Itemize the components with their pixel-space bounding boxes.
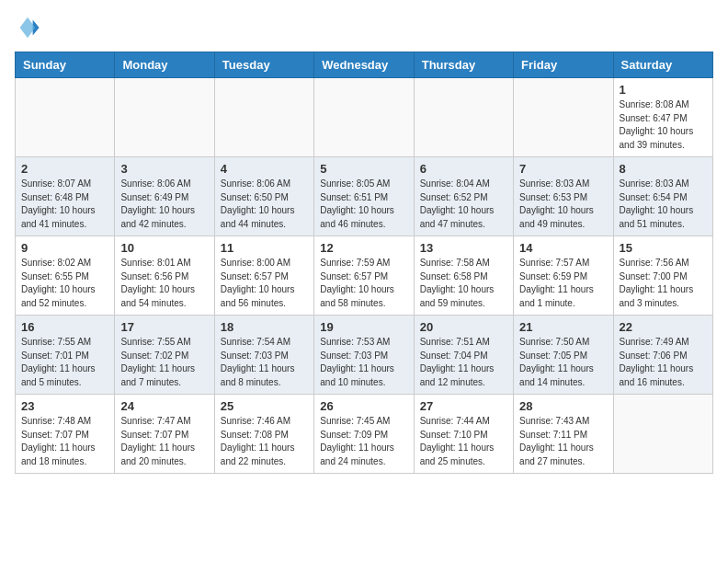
day-number: 23 xyxy=(21,399,108,413)
day-info: Sunrise: 7:59 AM Sunset: 6:57 PM Dayligh… xyxy=(320,257,407,310)
calendar-cell: 28Sunrise: 7:43 AM Sunset: 7:11 PM Dayli… xyxy=(514,395,613,474)
col-header-tuesday: Tuesday xyxy=(214,52,313,78)
day-info: Sunrise: 7:47 AM Sunset: 7:07 PM Dayligh… xyxy=(120,415,208,468)
day-info: Sunrise: 7:48 AM Sunset: 7:07 PM Dayligh… xyxy=(21,415,108,468)
col-header-friday: Friday xyxy=(514,52,613,78)
calendar-cell xyxy=(514,78,613,157)
calendar-week-row: 23Sunrise: 7:48 AM Sunset: 7:07 PM Dayli… xyxy=(16,395,713,474)
col-header-saturday: Saturday xyxy=(613,52,712,78)
col-header-thursday: Thursday xyxy=(414,52,513,78)
day-info: Sunrise: 7:45 AM Sunset: 7:09 PM Dayligh… xyxy=(320,415,407,468)
day-number: 24 xyxy=(120,399,208,413)
day-number: 7 xyxy=(519,162,607,176)
day-info: Sunrise: 7:58 AM Sunset: 6:58 PM Dayligh… xyxy=(420,257,507,310)
calendar-cell: 26Sunrise: 7:45 AM Sunset: 7:09 PM Dayli… xyxy=(314,395,414,474)
day-info: Sunrise: 8:08 AM Sunset: 6:47 PM Dayligh… xyxy=(620,98,707,152)
day-info: Sunrise: 7:54 AM Sunset: 7:03 PM Dayligh… xyxy=(221,336,308,389)
logo-icon xyxy=(15,15,40,40)
calendar-cell: 17Sunrise: 7:55 AM Sunset: 7:02 PM Dayli… xyxy=(115,316,214,395)
calendar-cell: 10Sunrise: 8:01 AM Sunset: 6:56 PM Dayli… xyxy=(115,236,214,316)
calendar-cell: 5Sunrise: 8:05 AM Sunset: 6:51 PM Daylig… xyxy=(314,157,414,236)
day-info: Sunrise: 7:55 AM Sunset: 7:01 PM Dayligh… xyxy=(21,336,108,389)
day-number: 6 xyxy=(420,162,507,176)
calendar-week-row: 2Sunrise: 8:07 AM Sunset: 6:48 PM Daylig… xyxy=(16,157,713,236)
calendar-cell: 20Sunrise: 7:51 AM Sunset: 7:04 PM Dayli… xyxy=(414,316,513,395)
calendar-cell: 22Sunrise: 7:49 AM Sunset: 7:06 PM Dayli… xyxy=(613,316,712,395)
day-info: Sunrise: 7:51 AM Sunset: 7:04 PM Dayligh… xyxy=(420,336,507,389)
day-info: Sunrise: 8:06 AM Sunset: 6:50 PM Dayligh… xyxy=(221,178,308,231)
day-number: 10 xyxy=(120,241,208,255)
calendar-cell: 24Sunrise: 7:47 AM Sunset: 7:07 PM Dayli… xyxy=(115,395,214,474)
day-number: 8 xyxy=(620,162,707,176)
day-info: Sunrise: 8:04 AM Sunset: 6:52 PM Dayligh… xyxy=(420,178,507,231)
calendar-header-row: SundayMondayTuesdayWednesdayThursdayFrid… xyxy=(16,52,713,78)
day-info: Sunrise: 7:55 AM Sunset: 7:02 PM Dayligh… xyxy=(120,336,208,389)
calendar-cell: 8Sunrise: 8:03 AM Sunset: 6:54 PM Daylig… xyxy=(613,157,712,236)
calendar-cell: 15Sunrise: 7:56 AM Sunset: 7:00 PM Dayli… xyxy=(613,236,712,316)
day-info: Sunrise: 8:03 AM Sunset: 6:54 PM Dayligh… xyxy=(620,178,707,231)
day-number: 20 xyxy=(420,320,507,334)
calendar-cell xyxy=(214,78,313,157)
day-info: Sunrise: 7:49 AM Sunset: 7:06 PM Dayligh… xyxy=(620,336,707,389)
day-number: 13 xyxy=(420,241,507,255)
day-number: 25 xyxy=(221,399,308,413)
day-info: Sunrise: 8:05 AM Sunset: 6:51 PM Dayligh… xyxy=(320,178,407,231)
calendar-cell xyxy=(414,78,513,157)
day-number: 3 xyxy=(120,162,208,176)
logo xyxy=(15,15,44,40)
calendar-cell: 25Sunrise: 7:46 AM Sunset: 7:08 PM Dayli… xyxy=(214,395,313,474)
calendar-cell: 4Sunrise: 8:06 AM Sunset: 6:50 PM Daylig… xyxy=(214,157,313,236)
calendar-cell: 2Sunrise: 8:07 AM Sunset: 6:48 PM Daylig… xyxy=(16,157,115,236)
calendar-week-row: 16Sunrise: 7:55 AM Sunset: 7:01 PM Dayli… xyxy=(16,316,713,395)
col-header-sunday: Sunday xyxy=(16,52,115,78)
calendar-cell: 19Sunrise: 7:53 AM Sunset: 7:03 PM Dayli… xyxy=(314,316,414,395)
day-info: Sunrise: 8:03 AM Sunset: 6:53 PM Dayligh… xyxy=(519,178,607,231)
day-info: Sunrise: 7:43 AM Sunset: 7:11 PM Dayligh… xyxy=(519,415,607,468)
calendar-cell xyxy=(115,78,214,157)
calendar-cell: 21Sunrise: 7:50 AM Sunset: 7:05 PM Dayli… xyxy=(514,316,613,395)
day-info: Sunrise: 7:44 AM Sunset: 7:10 PM Dayligh… xyxy=(420,415,507,468)
day-number: 2 xyxy=(21,162,108,176)
col-header-monday: Monday xyxy=(115,52,214,78)
day-info: Sunrise: 8:01 AM Sunset: 6:56 PM Dayligh… xyxy=(120,257,208,310)
day-info: Sunrise: 7:56 AM Sunset: 7:00 PM Dayligh… xyxy=(620,257,707,310)
calendar-cell xyxy=(314,78,414,157)
calendar-week-row: 9Sunrise: 8:02 AM Sunset: 6:55 PM Daylig… xyxy=(16,236,713,316)
calendar-cell: 3Sunrise: 8:06 AM Sunset: 6:49 PM Daylig… xyxy=(115,157,214,236)
calendar-cell: 12Sunrise: 7:59 AM Sunset: 6:57 PM Dayli… xyxy=(314,236,414,316)
day-info: Sunrise: 7:46 AM Sunset: 7:08 PM Dayligh… xyxy=(221,415,308,468)
calendar-cell: 27Sunrise: 7:44 AM Sunset: 7:10 PM Dayli… xyxy=(414,395,513,474)
calendar-week-row: 1Sunrise: 8:08 AM Sunset: 6:47 PM Daylig… xyxy=(16,78,713,157)
day-number: 18 xyxy=(221,320,308,334)
day-number: 12 xyxy=(320,241,407,255)
day-info: Sunrise: 7:53 AM Sunset: 7:03 PM Dayligh… xyxy=(320,336,407,389)
day-number: 1 xyxy=(620,83,707,97)
day-info: Sunrise: 8:06 AM Sunset: 6:49 PM Dayligh… xyxy=(120,178,208,231)
day-info: Sunrise: 8:07 AM Sunset: 6:48 PM Dayligh… xyxy=(21,178,108,231)
calendar-cell xyxy=(613,395,712,474)
calendar-cell: 7Sunrise: 8:03 AM Sunset: 6:53 PM Daylig… xyxy=(514,157,613,236)
calendar-cell: 14Sunrise: 7:57 AM Sunset: 6:59 PM Dayli… xyxy=(514,236,613,316)
day-number: 9 xyxy=(21,241,108,255)
day-number: 21 xyxy=(519,320,607,334)
day-info: Sunrise: 7:50 AM Sunset: 7:05 PM Dayligh… xyxy=(519,336,607,389)
calendar-cell: 1Sunrise: 8:08 AM Sunset: 6:47 PM Daylig… xyxy=(613,78,712,157)
calendar-cell xyxy=(16,78,115,157)
day-info: Sunrise: 7:57 AM Sunset: 6:59 PM Dayligh… xyxy=(519,257,607,310)
day-number: 17 xyxy=(120,320,208,334)
day-number: 15 xyxy=(620,241,707,255)
calendar-cell: 23Sunrise: 7:48 AM Sunset: 7:07 PM Dayli… xyxy=(16,395,115,474)
day-number: 19 xyxy=(320,320,407,334)
day-number: 4 xyxy=(221,162,308,176)
calendar-table: SundayMondayTuesdayWednesdayThursdayFrid… xyxy=(15,52,713,474)
day-number: 14 xyxy=(519,241,607,255)
calendar-cell: 18Sunrise: 7:54 AM Sunset: 7:03 PM Dayli… xyxy=(214,316,313,395)
calendar-cell: 6Sunrise: 8:04 AM Sunset: 6:52 PM Daylig… xyxy=(414,157,513,236)
day-number: 26 xyxy=(320,399,407,413)
calendar-cell: 13Sunrise: 7:58 AM Sunset: 6:58 PM Dayli… xyxy=(414,236,513,316)
day-info: Sunrise: 8:02 AM Sunset: 6:55 PM Dayligh… xyxy=(21,257,108,310)
calendar-cell: 16Sunrise: 7:55 AM Sunset: 7:01 PM Dayli… xyxy=(16,316,115,395)
day-number: 16 xyxy=(21,320,108,334)
day-number: 22 xyxy=(620,320,707,334)
calendar-cell: 11Sunrise: 8:00 AM Sunset: 6:57 PM Dayli… xyxy=(214,236,313,316)
